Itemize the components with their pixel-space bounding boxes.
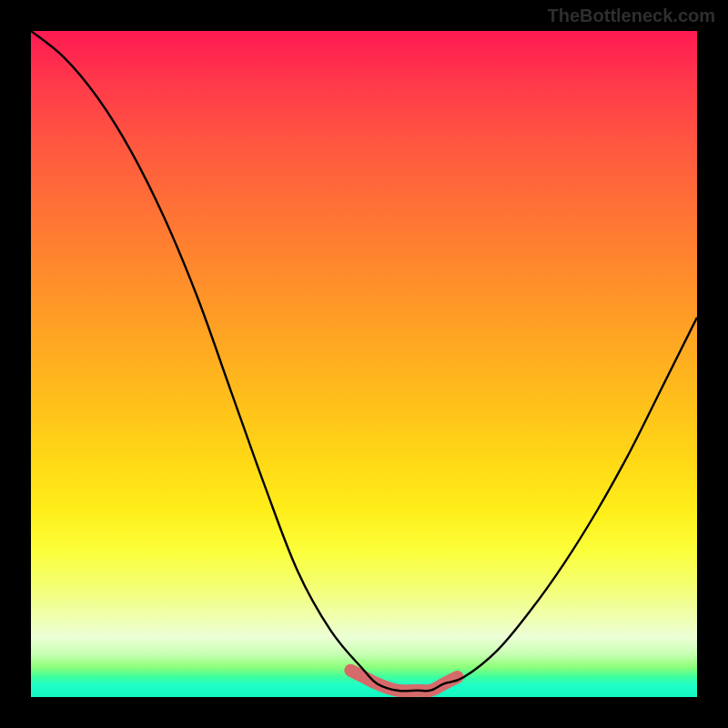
curve-svg [31, 31, 697, 697]
plot-area [31, 31, 697, 697]
bottleneck-curve-line [31, 31, 697, 691]
watermark-text: TheBottleneck.com [548, 5, 715, 26]
chart-frame: TheBottleneck.com [0, 0, 728, 728]
